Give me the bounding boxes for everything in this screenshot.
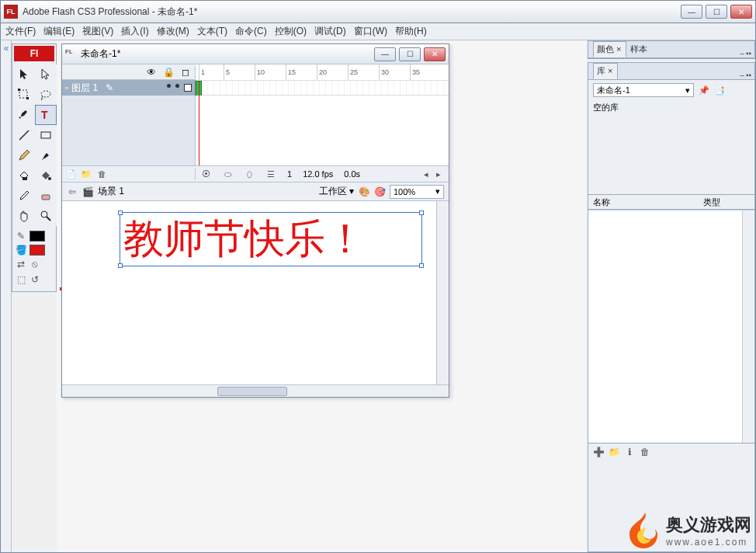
doc-maximize-button[interactable]: ☐ xyxy=(399,47,421,61)
option-snap-icon[interactable]: ⬚ xyxy=(16,274,26,285)
doc-minimize-button[interactable]: — xyxy=(374,47,396,61)
menu-command[interactable]: 命令(C) xyxy=(235,25,267,38)
resize-handle[interactable] xyxy=(419,210,424,215)
menu-debug[interactable]: 调试(D) xyxy=(314,25,346,38)
brush-tool[interactable] xyxy=(35,145,57,165)
col-type[interactable]: 类型 xyxy=(703,197,720,208)
resize-handle[interactable] xyxy=(419,263,424,268)
tab-swatches[interactable]: 样本 xyxy=(626,41,653,57)
stage-hscrollbar[interactable] xyxy=(62,384,449,397)
delete-icon[interactable]: 🗑 xyxy=(640,447,650,457)
library-vscrollbar[interactable] xyxy=(742,210,754,443)
menu-window[interactable]: 窗口(W) xyxy=(354,25,387,38)
swap-colors-icon[interactable]: ⇄ xyxy=(16,259,26,270)
newlib-icon[interactable]: 📑 xyxy=(714,85,725,96)
library-list[interactable] xyxy=(588,210,754,443)
freetransform-tool[interactable] xyxy=(13,85,35,105)
menu-help[interactable]: 帮助(H) xyxy=(395,25,427,38)
menu-edit[interactable]: 编辑(E) xyxy=(43,25,75,38)
lock-icon[interactable]: 🔒 xyxy=(162,66,175,78)
text-tool[interactable]: T xyxy=(35,105,57,125)
dock-chevron-icon[interactable]: « xyxy=(1,40,12,56)
doc-close-button[interactable]: ✕ xyxy=(424,47,446,61)
menu-control[interactable]: 控制(O) xyxy=(275,25,307,38)
pencil-tool[interactable] xyxy=(13,145,35,165)
layer-outline-sq[interactable] xyxy=(184,84,192,92)
fill-swatch-icon: 🪣 xyxy=(16,245,26,256)
pin-library-icon[interactable]: 📌 xyxy=(699,85,709,96)
newlayer-icon[interactable]: 📄 xyxy=(65,169,76,179)
timeline-frames[interactable] xyxy=(196,80,449,96)
inkbottle-tool[interactable] xyxy=(13,165,35,186)
menu-view[interactable]: 视图(V) xyxy=(82,25,113,38)
timeline-layer-row[interactable]: ▫ 图层 1 ✎ xyxy=(62,80,196,96)
watermark-brand: 奥义游戏网 xyxy=(666,513,751,537)
tab-color[interactable]: 颜色 × xyxy=(593,41,626,57)
close-button[interactable]: ✕ xyxy=(730,5,752,19)
scroll-right-icon[interactable]: ▸ xyxy=(433,169,444,179)
newfolder-icon[interactable]: 📁 xyxy=(609,447,619,457)
editsymbol-icon[interactable]: 🎯 xyxy=(374,186,385,197)
subselect-tool[interactable] xyxy=(35,64,57,85)
onion-icon[interactable]: ⬭ xyxy=(222,169,233,179)
newfolder-icon[interactable]: 📁 xyxy=(81,169,92,179)
col-name[interactable]: 名称 xyxy=(593,197,610,208)
toolbox-header: Fl xyxy=(12,44,56,63)
menu-modify[interactable]: 修改(M) xyxy=(157,25,189,38)
center-playhead-icon[interactable]: ⦿ xyxy=(200,169,211,179)
resize-handle[interactable] xyxy=(118,263,123,268)
editscene-icon[interactable]: 🎨 xyxy=(359,186,369,197)
stage-vscrollbar[interactable] xyxy=(436,201,449,397)
paintbucket-tool[interactable] xyxy=(35,165,57,186)
eraser-tool[interactable] xyxy=(35,186,57,206)
menu-file[interactable]: 文件(F) xyxy=(5,25,36,38)
stage[interactable]: 教师节快乐！ xyxy=(62,201,449,397)
scene-icon: 🎬 xyxy=(82,186,93,197)
maximize-button[interactable]: ☐ xyxy=(706,5,727,19)
rectangle-tool[interactable] xyxy=(35,125,57,145)
zoom-dropdown[interactable]: 100%▾ xyxy=(390,185,444,199)
deletelayer-icon[interactable]: 🗑 xyxy=(96,169,107,179)
scene-name[interactable]: 场景 1 xyxy=(98,185,124,198)
newsymbol-icon[interactable]: ➕ xyxy=(593,447,604,457)
hscroll-thumb[interactable] xyxy=(217,387,287,396)
menu-text[interactable]: 文本(T) xyxy=(197,25,227,38)
timeline-layer-header: 👁 🔒 ◻ xyxy=(62,66,196,78)
panel-menu-icon[interactable]: ▪▪ xyxy=(746,49,751,57)
resize-handle[interactable] xyxy=(118,210,123,215)
frame-rate: 12.0 fps xyxy=(303,169,333,179)
workspace-dropdown[interactable]: 工作区 ▾ xyxy=(319,185,354,198)
edit-multiframes-icon[interactable]: ☰ xyxy=(265,169,276,179)
layer-lock-dot[interactable] xyxy=(175,84,179,88)
scroll-left-icon[interactable]: ◂ xyxy=(421,169,432,179)
minimize-button[interactable]: — xyxy=(681,5,702,19)
option-smooth-icon[interactable]: ↺ xyxy=(29,274,40,285)
panel-collapse-icon[interactable]: – xyxy=(740,71,744,79)
current-frame: 1 xyxy=(287,169,292,179)
back-arrow-icon[interactable]: ⇦ xyxy=(67,186,78,197)
fill-color-swatch[interactable] xyxy=(29,245,45,256)
eye-icon[interactable]: 👁 xyxy=(145,66,158,78)
line-tool[interactable] xyxy=(13,125,35,145)
eyedropper-tool[interactable] xyxy=(13,186,35,206)
layer-vis-dot[interactable] xyxy=(167,84,171,88)
timeline-ruler[interactable]: 1 5 10 15 20 25 30 35 xyxy=(196,64,449,80)
tab-library[interactable]: 库 × xyxy=(593,63,618,79)
stage-text-content[interactable]: 教师节快乐！ xyxy=(120,212,369,266)
panel-collapse-icon[interactable]: – xyxy=(740,49,744,57)
lasso-tool[interactable] xyxy=(35,85,57,105)
onion-outline-icon[interactable]: ⬯ xyxy=(244,169,255,179)
pen-tool[interactable] xyxy=(13,105,35,125)
zoom-tool[interactable] xyxy=(35,206,57,226)
hand-tool[interactable] xyxy=(13,206,35,226)
nocolor-icon[interactable]: ⦸ xyxy=(29,259,40,270)
outline-icon[interactable]: ◻ xyxy=(179,66,192,78)
library-doc-select[interactable]: 未命名-1▾ xyxy=(593,83,694,97)
menu-insert[interactable]: 插入(I) xyxy=(121,25,148,38)
stroke-color-swatch[interactable] xyxy=(29,231,45,242)
selection-tool[interactable] xyxy=(13,64,35,85)
text-selection-box[interactable]: 教师节快乐！ xyxy=(120,212,422,266)
properties-icon[interactable]: ℹ xyxy=(624,447,635,457)
panel-menu-icon[interactable]: ▪▪ xyxy=(746,71,751,79)
stroke-swatch-icon: ✎ xyxy=(16,231,26,242)
